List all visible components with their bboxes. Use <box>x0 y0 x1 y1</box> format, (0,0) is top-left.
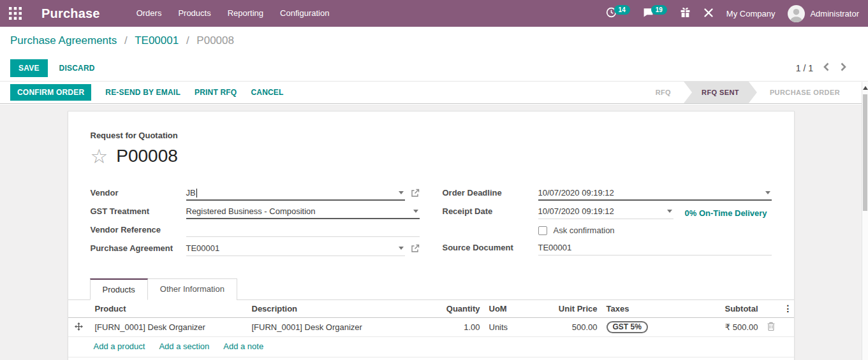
tab-products[interactable]: Products <box>90 278 148 300</box>
col-subtotal: Subtotal <box>663 300 763 318</box>
field-ask-confirmation[interactable]: Ask confirmation <box>538 224 772 237</box>
agreement-dropdown-caret-icon[interactable] <box>399 247 404 250</box>
debug-tools-button[interactable] <box>703 8 714 20</box>
source-document-input[interactable]: TE00001 <box>538 241 772 256</box>
cell-description[interactable]: [FURN_0001] Desk Organizer <box>248 318 441 337</box>
status-pipeline: RFQ RFQ SENT PURCHASE ORDER <box>643 82 853 103</box>
vendor-reference-label: Vendor Reference <box>91 224 186 234</box>
cell-taxes[interactable]: GST 5% <box>603 318 663 337</box>
chevron-right-icon <box>841 62 846 73</box>
menu-products[interactable]: Products <box>170 0 219 27</box>
receipt-date-input[interactable]: 10/07/2020 09:19:12 <box>538 205 673 219</box>
field-vendor-reference: Vendor Reference <box>91 224 420 238</box>
resend-by-email-button[interactable]: RE-SEND BY EMAIL <box>105 88 180 97</box>
menu-reporting[interactable]: Reporting <box>219 0 272 27</box>
tax-badge[interactable]: GST 5% <box>607 321 648 333</box>
cell-uom[interactable]: Units <box>485 318 550 337</box>
menu-orders[interactable]: Orders <box>128 0 170 27</box>
menu-configuration[interactable]: Configuration <box>272 0 337 27</box>
pager-previous-button[interactable] <box>822 61 830 75</box>
on-time-delivery-link[interactable]: 0% On-Time Delivery <box>685 207 767 218</box>
vendor-value: JB <box>186 188 196 198</box>
confirm-order-button[interactable]: CONFIRM ORDER <box>10 84 91 101</box>
notebook-tabs: Products Other Information <box>68 278 794 300</box>
ask-confirmation-label: Ask confirmation <box>554 226 615 235</box>
receipt-date-value: 10/07/2020 09:19:12 <box>538 206 614 216</box>
cell-subtotal: ₹ 500.00 <box>663 318 763 337</box>
discard-button[interactable]: DISCARD <box>59 64 95 73</box>
breadcrumb-agreement[interactable]: TE00001 <box>135 34 179 47</box>
drag-handle-icon[interactable] <box>68 318 91 337</box>
receipt-date-label: Receipt Date <box>443 205 538 216</box>
deadline-dropdown-caret-icon[interactable] <box>765 191 770 194</box>
messages-count-badge: 19 <box>651 5 667 15</box>
source-document-value: TE00001 <box>538 243 572 252</box>
delete-line-button[interactable] <box>767 322 775 333</box>
save-button[interactable]: SAVE <box>10 59 48 77</box>
user-name: Administrator <box>810 9 859 18</box>
order-lines-table: Product Description Quantity UoM Unit Pr… <box>68 300 794 337</box>
ask-confirmation-checkbox[interactable] <box>538 226 547 235</box>
vendor-dropdown-caret-icon[interactable] <box>399 191 404 194</box>
state-rfq-sent[interactable]: RFQ SENT <box>684 82 757 103</box>
messages-button[interactable]: 19 <box>643 7 667 20</box>
gst-treatment-select[interactable]: Registered Business - Composition <box>186 205 420 219</box>
cell-product[interactable]: [FURN_0001] Desk Organizer <box>91 318 248 337</box>
cell-unit-price[interactable]: 500.00 <box>550 318 603 337</box>
state-purchase-order[interactable]: PURCHASE ORDER <box>757 82 853 103</box>
col-description: Description <box>248 300 441 318</box>
vendor-input[interactable]: JB <box>186 187 405 201</box>
optional-columns-icon[interactable]: ⋮ <box>784 304 793 313</box>
col-delete <box>763 300 780 318</box>
receipt-dropdown-caret-icon[interactable] <box>667 210 672 213</box>
gst-treatment-label: GST Treatment <box>91 205 186 216</box>
table-row[interactable]: [FURN_0001] Desk Organizer [FURN_0001] D… <box>68 318 794 337</box>
gift-button[interactable] <box>680 7 691 20</box>
user-menu[interactable]: Administrator <box>788 5 859 22</box>
vendor-external-link-button[interactable] <box>411 189 420 199</box>
pager: 1 / 1 <box>796 61 848 75</box>
cancel-button[interactable]: CANCEL <box>251 88 283 97</box>
vertical-scrollbar[interactable] <box>862 82 868 360</box>
scrollbar-thumb[interactable] <box>863 94 867 211</box>
col-unit-price: Unit Price <box>550 300 603 318</box>
agreement-external-link-button[interactable] <box>411 244 420 255</box>
list-add-links: Add a product Add a section Add a note <box>68 337 794 357</box>
favorite-star-icon[interactable]: ☆ <box>91 147 108 166</box>
navbar-right: 14 19 My Company Administrator <box>606 5 859 22</box>
add-a-product-link[interactable]: Add a product <box>94 342 145 351</box>
handle-column-header <box>68 300 91 318</box>
gst-dropdown-caret-icon[interactable] <box>413 210 418 213</box>
col-uom: UoM <box>485 300 550 318</box>
print-rfq-button[interactable]: PRINT RFQ <box>195 88 237 97</box>
purchase-agreement-label: Purchase Agreement <box>91 242 186 253</box>
add-a-section-link[interactable]: Add a section <box>159 342 209 351</box>
form-sheet: Request for Quotation ☆ P00008 Vendor JB <box>68 111 795 360</box>
statusbar: CONFIRM ORDER RE-SEND BY EMAIL PRINT RFQ… <box>0 82 868 104</box>
user-avatar <box>788 5 805 22</box>
cell-quantity[interactable]: 1.00 <box>441 318 485 337</box>
tab-other-information[interactable]: Other Information <box>148 278 237 300</box>
field-vendor: Vendor JB <box>91 187 420 201</box>
pager-next-button[interactable] <box>839 61 848 75</box>
breadcrumb: Purchase Agreements / TE00001 / P00008 <box>10 34 234 47</box>
activities-button[interactable]: 14 <box>606 7 630 20</box>
purchase-agreement-input[interactable]: TE00001 <box>186 242 405 256</box>
breadcrumb-purchase-agreements[interactable]: Purchase Agreements <box>10 34 117 47</box>
apps-menu-icon[interactable] <box>9 6 23 20</box>
field-gst-treatment: GST Treatment Registered Business - Comp… <box>91 205 420 219</box>
add-a-note-link[interactable]: Add a note <box>223 342 263 351</box>
field-groups: Vendor JB GST Treatment <box>91 187 772 256</box>
top-navbar: Purchase Orders Products Reporting Confi… <box>0 0 868 27</box>
field-order-deadline: Order Deadline 10/07/2020 09:19:12 <box>443 187 772 201</box>
company-switcher[interactable]: My Company <box>726 9 776 18</box>
order-deadline-input[interactable]: 10/07/2020 09:19:12 <box>538 187 772 201</box>
col-taxes: Taxes <box>603 300 663 318</box>
state-rfq[interactable]: RFQ <box>643 82 684 103</box>
external-link-icon <box>411 189 420 199</box>
scroll-up-arrow-icon[interactable] <box>863 86 868 90</box>
vendor-reference-input[interactable] <box>186 224 420 237</box>
vendor-label: Vendor <box>91 187 186 198</box>
table-header-row: Product Description Quantity UoM Unit Pr… <box>68 300 794 318</box>
breadcrumb-separator: / <box>120 34 132 47</box>
